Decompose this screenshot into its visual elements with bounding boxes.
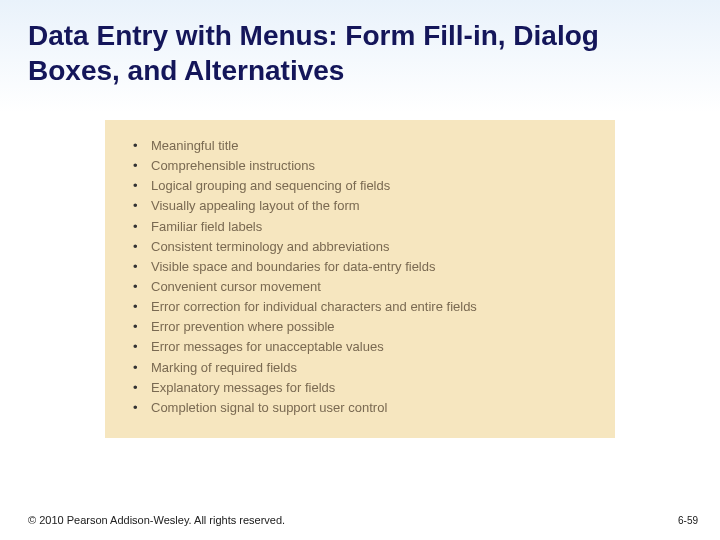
list-item: Comprehensible instructions [133,156,597,176]
list-item: Explanatory messages for fields [133,378,597,398]
slide-footer: © 2010 Pearson Addison-Wesley. All right… [0,514,720,526]
list-item: Convenient cursor movement [133,277,597,297]
list-item: Marking of required fields [133,358,597,378]
list-item: Visible space and boundaries for data-en… [133,257,597,277]
content-panel: Meaningful title Comprehensible instruct… [105,120,615,438]
bullet-list: Meaningful title Comprehensible instruct… [133,136,597,418]
slide-header: Data Entry with Menus: Form Fill-in, Dia… [0,0,720,112]
page-number: 6-59 [678,515,698,526]
slide-title: Data Entry with Menus: Form Fill-in, Dia… [28,18,692,88]
list-item: Error prevention where possible [133,317,597,337]
list-item: Completion signal to support user contro… [133,398,597,418]
copyright-text: © 2010 Pearson Addison-Wesley. All right… [28,514,285,526]
list-item: Familiar field labels [133,217,597,237]
list-item: Visually appealing layout of the form [133,196,597,216]
list-item: Consistent terminology and abbreviations [133,237,597,257]
list-item: Error correction for individual characte… [133,297,597,317]
list-item: Error messages for unacceptable values [133,337,597,357]
list-item: Logical grouping and sequencing of field… [133,176,597,196]
list-item: Meaningful title [133,136,597,156]
